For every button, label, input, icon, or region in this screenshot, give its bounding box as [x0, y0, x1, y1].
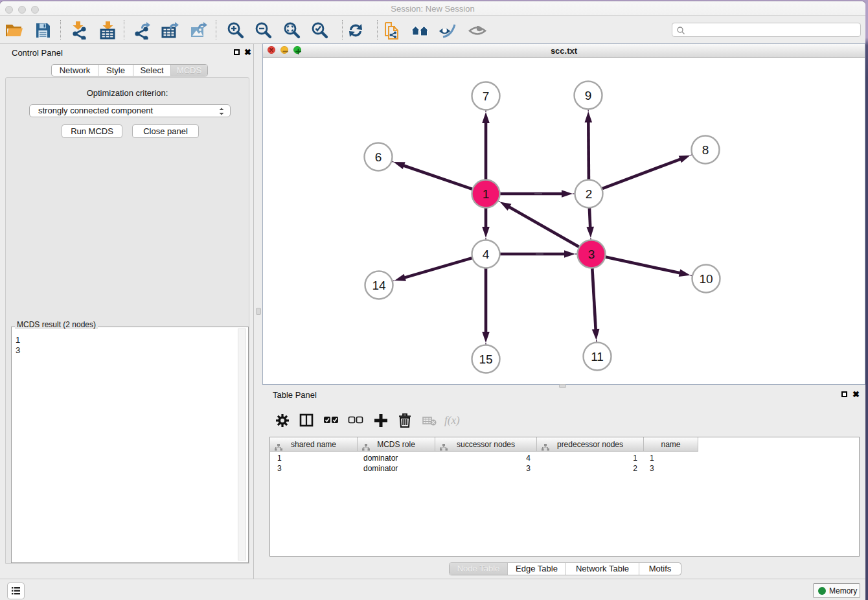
- svg-text:f(x): f(x): [444, 414, 460, 426]
- svg-text:2: 2: [586, 187, 593, 201]
- svg-text:10: 10: [699, 272, 713, 286]
- svg-text:3: 3: [588, 248, 595, 261]
- svg-text:11: 11: [591, 350, 604, 363]
- svg-text:9: 9: [585, 89, 592, 102]
- svg-text:1: 1: [483, 187, 490, 201]
- svg-text:8: 8: [702, 143, 709, 157]
- svg-text:6: 6: [375, 150, 382, 164]
- svg-text:15: 15: [479, 352, 492, 366]
- svg-text:4: 4: [483, 248, 490, 261]
- svg-text:14: 14: [372, 279, 386, 292]
- svg-text:7: 7: [483, 89, 490, 103]
